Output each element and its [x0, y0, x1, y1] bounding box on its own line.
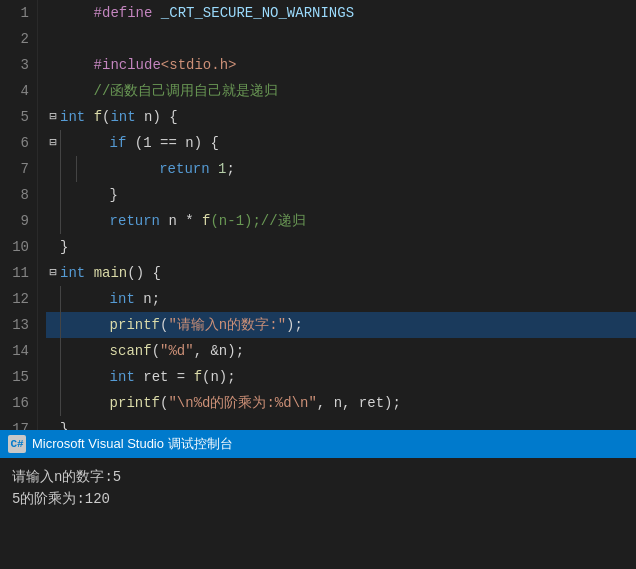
token-5-4: int — [110, 104, 135, 130]
token-5-0: int — [60, 104, 85, 130]
code-line-6: ⊟ if (1 == n) { — [46, 130, 636, 156]
token-16-0 — [76, 390, 110, 416]
token-1-0: #define — [60, 0, 161, 26]
console-bar: C# Microsoft Visual Studio 调试控制台 — [0, 430, 636, 458]
token-13-0 — [76, 312, 110, 338]
indent-guide-14-0 — [60, 338, 76, 364]
token-7-2 — [210, 156, 218, 182]
code-line-2 — [46, 26, 636, 52]
fold-icon-line-11[interactable]: ⊟ — [46, 260, 60, 286]
line-number-6: 6 — [8, 130, 29, 156]
line-number-16: 16 — [8, 390, 29, 416]
code-line-7: return 1; — [46, 156, 636, 182]
line-number-7: 7 — [8, 156, 29, 182]
indent-guide-8-0 — [60, 182, 76, 208]
token-9-4: (n-1);//递归 — [210, 208, 305, 234]
token-5-3: ( — [102, 104, 110, 130]
token-14-2: ( — [152, 338, 160, 364]
line-number-17: 17 — [8, 416, 29, 430]
token-12-0 — [76, 286, 110, 312]
line-number-14: 14 — [8, 338, 29, 364]
fold-icon-line-5[interactable]: ⊟ — [46, 104, 60, 130]
token-9-1: return — [110, 208, 160, 234]
code-line-16: printf("\n%d的阶乘为:%d\n", n, ret); — [46, 390, 636, 416]
token-3-1: <stdio.h> — [161, 52, 237, 78]
token-12-2: n; — [135, 286, 160, 312]
fold-icon-line-6[interactable]: ⊟ — [46, 130, 60, 156]
token-6-2: (1 == n) { — [126, 130, 218, 156]
code-line-12: int n; — [46, 286, 636, 312]
line-number-12: 12 — [8, 286, 29, 312]
code-line-9: return n * f(n-1);//递归 — [46, 208, 636, 234]
code-line-4: //函数自己调用自己就是递归 — [46, 78, 636, 104]
token-7-1: return — [159, 156, 209, 182]
token-11-1 — [85, 260, 93, 286]
console-title: Microsoft Visual Studio 调试控制台 — [32, 435, 233, 453]
indent-guide-7-1 — [76, 156, 92, 182]
token-15-2: ret = — [135, 364, 194, 390]
token-15-1: int — [110, 364, 135, 390]
token-3-0: #include — [60, 52, 161, 78]
console-line-1: 请输入n的数字:5 — [12, 466, 624, 488]
indent-guide-12-0 — [60, 286, 76, 312]
token-6-0 — [76, 130, 110, 156]
console-line-2: 5的阶乘为:120 — [12, 488, 624, 510]
token-6-1: if — [110, 130, 127, 156]
token-16-4: , n, ret); — [317, 390, 401, 416]
token-12-1: int — [110, 286, 135, 312]
code-line-8: } — [46, 182, 636, 208]
token-16-1: printf — [110, 390, 160, 416]
indent-guide-13-0 — [60, 312, 76, 338]
line-number-4: 4 — [8, 78, 29, 104]
code-line-11: ⊟int main() { — [46, 260, 636, 286]
token-10-0: } — [60, 234, 68, 260]
token-4-0: //函数自己调用自己就是递归 — [60, 78, 278, 104]
token-5-1 — [85, 104, 93, 130]
token-17-0: } — [60, 416, 68, 430]
code-area[interactable]: #define _CRT_SECURE_NO_WARNINGS #include… — [38, 0, 636, 430]
token-7-0 — [92, 156, 159, 182]
token-11-3: () { — [127, 260, 161, 286]
line-number-10: 10 — [8, 234, 29, 260]
code-line-15: int ret = f(n); — [46, 364, 636, 390]
vs-icon: C# — [8, 435, 26, 453]
line-number-1: 1 — [8, 0, 29, 26]
console-output: 请输入n的数字:5 5的阶乘为:120 — [0, 458, 636, 569]
token-5-2: f — [94, 104, 102, 130]
token-16-2: ( — [160, 390, 168, 416]
line-number-9: 9 — [8, 208, 29, 234]
token-14-0 — [76, 338, 110, 364]
token-9-2: n * — [160, 208, 202, 234]
token-13-3: "请输入n的数字:" — [168, 312, 286, 338]
indent-guide-6-0 — [60, 130, 76, 156]
token-5-5: n) { — [136, 104, 178, 130]
token-13-4: ); — [286, 312, 303, 338]
code-line-14: scanf("%d", &n); — [46, 338, 636, 364]
token-7-4: ; — [226, 156, 234, 182]
token-15-3: f — [194, 364, 202, 390]
token-13-2: ( — [160, 312, 168, 338]
token-11-0: int — [60, 260, 85, 286]
line-number-3: 3 — [8, 52, 29, 78]
token-13-1: printf — [110, 312, 160, 338]
line-numbers: 1234567891011121314151617 — [0, 0, 38, 430]
token-11-2: main — [94, 260, 128, 286]
token-14-1: scanf — [110, 338, 152, 364]
indent-guide-9-0 — [60, 208, 76, 234]
indent-guide-16-0 — [60, 390, 76, 416]
code-line-17: } — [46, 416, 636, 430]
token-7-3: 1 — [218, 156, 226, 182]
indent-guide-15-0 — [60, 364, 76, 390]
line-number-15: 15 — [8, 364, 29, 390]
token-9-0 — [76, 208, 110, 234]
token-14-3: "%d" — [160, 338, 194, 364]
token-14-4: , &n); — [194, 338, 244, 364]
token-9-3: f — [202, 208, 210, 234]
token-15-4: (n); — [202, 364, 236, 390]
token-1-1: _CRT_SECURE_NO_WARNINGS — [161, 0, 354, 26]
line-number-11: 11 — [8, 260, 29, 286]
token-8-0: } — [76, 182, 118, 208]
code-line-13: printf("请输入n的数字:"); — [46, 312, 636, 338]
code-line-3: #include<stdio.h> — [46, 52, 636, 78]
line-number-8: 8 — [8, 182, 29, 208]
